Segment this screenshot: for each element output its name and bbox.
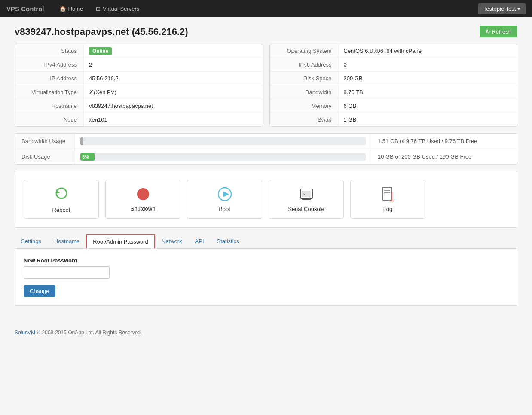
usage-row-disk: Disk Usage 5% 10 GB of 200 GB Used / 190… (15, 149, 517, 164)
label-memory: Memory (270, 99, 339, 113)
label-virt: Virtualization Type (15, 85, 84, 99)
footer-text: © 2008-2015 OnApp Ltd. All Rights Reserv… (35, 330, 142, 336)
password-label: New Root Password (24, 257, 508, 264)
usage-info-bandwidth: 1.51 GB of 9.76 TB Used / 9.76 TB Free (371, 134, 517, 148)
page-title: v839247.hostpapavps.net (45.56.216.2) (15, 26, 188, 37)
shutdown-icon (136, 187, 150, 203)
tab-api[interactable]: API (189, 234, 211, 248)
tab-network[interactable]: Network (155, 234, 189, 248)
info-row-status: Status Online (15, 44, 263, 58)
info-row-ipv6: IPv6 Address 0 (270, 58, 517, 72)
value-ipv4: 2 (84, 58, 97, 71)
navbar-home-label: Home (68, 6, 83, 12)
info-row-os: Operating System CentOS 6.8 x86_64 with … (270, 44, 517, 58)
serial-console-button[interactable]: >_ Serial Console (269, 180, 344, 219)
label-bandwidth: Bandwidth (270, 85, 339, 99)
navbar-brand: VPS Control (6, 5, 44, 12)
password-form-group: New Root Password (24, 257, 508, 279)
label-ipv4: IPv4 Address (15, 58, 84, 71)
tab-statistics[interactable]: Statistics (211, 234, 246, 248)
usage-section: Bandwidth Usage 1.51 GB of 9.76 TB Used … (15, 133, 517, 165)
label-node: Node (15, 113, 84, 126)
boot-label: Boot (219, 206, 230, 212)
svg-rect-8 (382, 187, 392, 200)
label-status: Status (15, 44, 84, 58)
tab-settings[interactable]: Settings (15, 234, 48, 248)
value-swap: 1 GB (339, 113, 362, 126)
navbar: VPS Control 🏠 Home ⊞ Virtual Servers Tes… (0, 0, 532, 17)
tabs-section: Settings Hostname Root/Admin Password Ne… (15, 234, 517, 306)
navbar-link-home[interactable]: 🏠 Home (53, 1, 90, 16)
value-ip: 45.56.216.2 (84, 72, 124, 85)
usage-label-bandwidth: Bandwidth Usage (15, 134, 75, 149)
tabs-nav: Settings Hostname Root/Admin Password Ne… (15, 234, 517, 249)
info-row-ip: IP Address 45.56.216.2 (15, 72, 263, 85)
value-os: CentOS 6.8 x86_64 with cPanel (339, 44, 428, 58)
value-ipv6: 0 (339, 58, 352, 71)
label-hostname: Hostname (15, 99, 84, 113)
tab-root-admin-password[interactable]: Root/Admin Password (86, 234, 155, 248)
left-info-panel: Status Online IPv4 Address 2 IP Address … (15, 44, 263, 127)
log-icon (381, 186, 395, 203)
svg-marker-3 (223, 191, 229, 197)
shutdown-button[interactable]: Shutdown (105, 180, 180, 219)
shutdown-label: Shutdown (131, 205, 156, 212)
page-title-row: v839247.hostpapavps.net (45.56.216.2) ↻ … (15, 26, 517, 37)
label-disk: Disk Space (270, 72, 339, 85)
info-row-virt: Virtualization Type ✗(Xen PV) (15, 85, 263, 99)
svg-text:>_: >_ (303, 192, 307, 196)
value-disk: 200 GB (339, 72, 368, 85)
info-row-hostname: Hostname v839247.hostpapavps.net (15, 99, 263, 113)
info-row-bandwidth: Bandwidth 9.76 TB (270, 85, 517, 99)
navbar-vs-label: Virtual Servers (103, 6, 139, 12)
navbar-link-virtual-servers[interactable]: ⊞ Virtual Servers (89, 1, 146, 16)
value-status: Online (84, 44, 117, 58)
label-swap: Swap (270, 113, 339, 126)
value-memory: 6 GB (339, 99, 362, 113)
info-row-memory: Memory 6 GB (270, 99, 517, 113)
serial-console-label: Serial Console (288, 206, 324, 212)
log-label: Log (383, 206, 393, 212)
tab-hostname[interactable]: Hostname (48, 234, 86, 248)
home-icon: 🏠 (59, 6, 66, 12)
main-content: v839247.hostpapavps.net (45.56.216.2) ↻ … (6, 17, 526, 321)
reboot-icon (54, 186, 69, 204)
info-row-node: Node xen101 (15, 113, 263, 126)
virtual-servers-icon: ⊞ (96, 6, 101, 12)
usage-label-disk: Disk Usage (15, 149, 75, 164)
usage-bar-disk: 5% (75, 150, 371, 164)
serial-console-icon: >_ (299, 186, 314, 203)
info-row-disk: Disk Space 200 GB (270, 72, 517, 85)
right-info-panel: Operating System CentOS 6.8 x86_64 with … (269, 44, 518, 127)
footer-brand[interactable]: SolusVM (15, 330, 35, 336)
reboot-button[interactable]: Reboot (24, 180, 99, 219)
status-badge: Online (89, 47, 112, 55)
label-ip: IP Address (15, 72, 84, 85)
refresh-button[interactable]: ↻ Refresh (480, 26, 517, 37)
password-input[interactable] (24, 266, 110, 279)
change-password-button[interactable]: Change (24, 285, 55, 297)
info-row-ipv4: IPv4 Address 2 (15, 58, 263, 72)
info-row-swap: Swap 1 GB (270, 113, 517, 126)
boot-icon (217, 186, 232, 203)
action-section: Reboot Shutdown Boot (15, 171, 517, 228)
svg-point-1 (137, 188, 149, 200)
value-hostname: v839247.hostpapavps.net (84, 99, 158, 113)
reboot-label: Reboot (52, 207, 70, 213)
boot-button[interactable]: Boot (187, 180, 262, 219)
log-button[interactable]: Log (350, 180, 425, 219)
value-bandwidth: 9.76 TB (339, 85, 368, 99)
footer: SolusVM © 2008-2015 OnApp Ltd. All Right… (6, 321, 526, 344)
label-os: Operating System (270, 44, 339, 58)
tab-content-password: New Root Password Change (15, 249, 517, 306)
usage-info-disk: 10 GB of 200 GB Used / 190 GB Free (371, 150, 517, 163)
usage-row-bandwidth: Bandwidth Usage 1.51 GB of 9.76 TB Used … (15, 134, 517, 149)
info-panels: Status Online IPv4 Address 2 IP Address … (15, 44, 517, 127)
usage-bar-bandwidth (75, 134, 371, 149)
value-node: xen101 (84, 113, 113, 126)
label-ipv6: IPv6 Address (270, 58, 339, 71)
user-menu-button[interactable]: Testopie Test ▾ (478, 3, 526, 14)
value-virt: ✗(Xen PV) (84, 85, 122, 99)
